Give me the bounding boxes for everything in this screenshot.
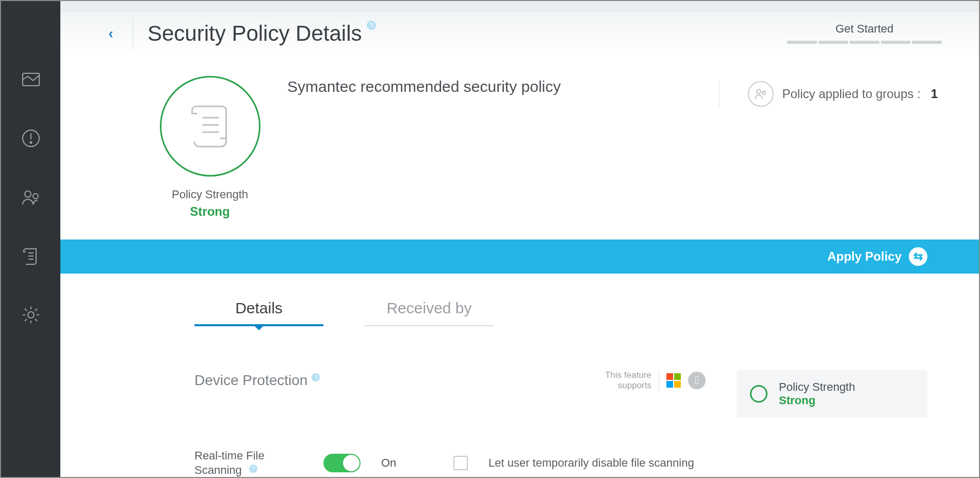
- toggle-state: On: [381, 456, 412, 470]
- groups-count: 1: [931, 87, 938, 101]
- supports-text: This feature supports: [605, 370, 651, 391]
- tab-details[interactable]: Details: [194, 299, 323, 326]
- svg-point-14: [762, 91, 765, 94]
- nav-dashboard[interactable]: [20, 68, 42, 91]
- os-support: This feature supports : [605, 370, 706, 391]
- alert-icon: [21, 128, 41, 149]
- back-button[interactable]: ‹: [102, 24, 120, 43]
- windows-icon: [666, 373, 681, 388]
- device-protection-section: Device Protection ? This feature support…: [60, 326, 979, 418]
- divider: [133, 19, 133, 49]
- policy-circle: [160, 76, 260, 177]
- gear-icon: [21, 305, 41, 325]
- setting-real-time-scanning: Real-time File Scanning ? On Let user te…: [60, 418, 979, 477]
- groups-icon: [21, 187, 41, 208]
- nav-alerts[interactable]: [20, 127, 42, 150]
- svg-point-5: [33, 194, 38, 199]
- card-value: Strong: [779, 394, 855, 407]
- apply-policy-label: Apply Policy: [827, 249, 902, 264]
- nav-policies[interactable]: [20, 245, 42, 267]
- tab-received-by[interactable]: Received by: [365, 299, 494, 326]
- header: ‹ Security Policy Details ? Get Started: [60, 12, 979, 55]
- checkbox-label: Let user temporarily disable file scanni…: [488, 456, 694, 470]
- svg-point-9: [28, 312, 34, 318]
- section-title: Device Protection: [194, 372, 307, 389]
- policy-icon: [21, 246, 41, 266]
- groups-circle-icon: [748, 81, 774, 107]
- get-started-label: Get Started: [787, 22, 942, 36]
- chevron-left-icon: ‹: [108, 25, 113, 42]
- setting-label: Real-time File Scanning ?: [194, 449, 303, 477]
- topbar: [60, 1, 979, 12]
- tabs: Details Received by: [60, 274, 979, 326]
- get-started-widget[interactable]: Get Started: [787, 22, 942, 44]
- apply-policy-bar[interactable]: Apply Policy ⇆: [60, 240, 979, 274]
- section-header-row: Device Protection ? This feature support…: [194, 370, 737, 391]
- page-title: Security Policy Details: [148, 21, 362, 46]
- strength-card: Policy Strength Strong: [737, 370, 927, 418]
- card-label: Policy Strength: [779, 380, 855, 394]
- groups-label: Policy applied to groups :: [782, 87, 920, 101]
- sidebar: [1, 1, 60, 477]
- main: ‹ Security Policy Details ? Get Started: [60, 1, 979, 477]
- help-icon[interactable]: ?: [312, 373, 320, 381]
- svg-point-4: [25, 191, 31, 197]
- strength-label: Policy Strength: [172, 188, 248, 201]
- toggle-real-time-scanning[interactable]: [323, 454, 361, 472]
- checkbox-let-user-disable[interactable]: [453, 456, 468, 470]
- groups-applied[interactable]: Policy applied to groups : 1: [719, 80, 938, 108]
- nav-groups[interactable]: [20, 186, 42, 209]
- nav-settings[interactable]: [20, 304, 42, 326]
- app-root: ‹ Security Policy Details ? Get Started: [0, 0, 980, 478]
- scroll-icon: [186, 100, 235, 152]
- apple-icon: : [688, 372, 706, 389]
- policy-name: Symantec recommended security policy: [287, 76, 719, 95]
- progress-bar: [787, 41, 942, 44]
- apply-icon: ⇆: [909, 247, 927, 266]
- help-icon[interactable]: ?: [367, 21, 376, 30]
- svg-point-3: [30, 142, 31, 144]
- policy-strength-badge: Policy Strength Strong: [143, 76, 277, 219]
- help-icon[interactable]: ?: [249, 465, 257, 473]
- ring-icon: [750, 385, 767, 403]
- policy-summary: Policy Strength Strong Symantec recommen…: [60, 55, 979, 240]
- svg-point-13: [757, 89, 761, 93]
- toggle-knob: [343, 455, 360, 471]
- dashboard-icon: [21, 69, 41, 90]
- strength-value: Strong: [190, 204, 230, 219]
